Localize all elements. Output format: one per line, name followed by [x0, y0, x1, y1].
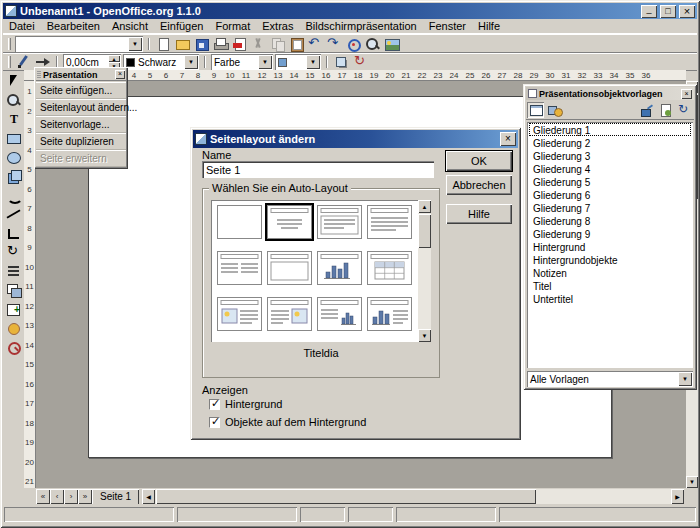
dropdown-arrow-icon[interactable]: [258, 55, 272, 69]
layout-thumbnail[interactable]: [367, 297, 412, 331]
layout-thumbnail[interactable]: [267, 251, 312, 285]
rotate-object-icon[interactable]: [352, 54, 369, 70]
layout-thumbnail[interactable]: [317, 251, 362, 285]
stylist-titlebar[interactable]: Präsentationsobjektvorlagen ×: [526, 87, 694, 100]
close-button[interactable]: [679, 5, 695, 18]
last-slide-button[interactable]: [78, 489, 92, 504]
menu-extras[interactable]: Extras: [256, 19, 299, 33]
style-item[interactable]: Untertitel: [529, 292, 691, 305]
ok-button[interactable]: OK: [446, 151, 512, 171]
navigator-icon[interactable]: [345, 36, 362, 52]
connector-icon[interactable]: [5, 225, 22, 241]
checkbox-box[interactable]: [209, 417, 220, 428]
new-style-from-selection-icon[interactable]: [657, 102, 674, 118]
style-item[interactable]: Gliederung 8: [529, 214, 691, 227]
style-item[interactable]: Hintergrundobjekte: [529, 253, 691, 266]
style-item[interactable]: Gliederung 2: [529, 136, 691, 149]
scroll-right-icon[interactable]: [671, 489, 684, 504]
undo-icon[interactable]: [307, 36, 324, 52]
fill-format-mode-icon[interactable]: [638, 102, 655, 118]
style-filter-select[interactable]: Alle Vorlagen: [527, 371, 693, 387]
shadow-icon[interactable]: [333, 54, 350, 70]
ellipse-icon[interactable]: [5, 149, 22, 165]
line-color-select[interactable]: Schwarz: [123, 54, 199, 70]
objects3d-icon[interactable]: [5, 168, 22, 184]
gallery-icon[interactable]: [383, 36, 400, 52]
style-item[interactable]: Gliederung 9: [529, 227, 691, 240]
fill-color-select[interactable]: [275, 54, 321, 70]
checkbox-hintergrund[interactable]: Hintergrund: [209, 398, 282, 410]
redo-icon[interactable]: [326, 36, 343, 52]
presentation-styles-icon[interactable]: [527, 102, 544, 118]
presentation-toolbar-item[interactable]: Seitenlayout ändern...: [36, 99, 126, 116]
next-slide-button[interactable]: [64, 489, 78, 504]
presentation-toolbar-item[interactable]: Seitenvorlage...: [36, 116, 126, 133]
dialog-titlebar[interactable]: Seitenlayout ändern ×: [193, 130, 518, 148]
style-item[interactable]: Gliederung 7: [529, 201, 691, 214]
dropdown-arrow-icon[interactable]: [306, 55, 320, 69]
scroll-down-icon[interactable]: [686, 476, 698, 488]
close-icon[interactable]: ×: [115, 70, 125, 79]
alignment-icon[interactable]: [5, 263, 22, 279]
layout-thumbnail[interactable]: [217, 297, 262, 331]
menu-hilfe[interactable]: Hilfe: [472, 19, 506, 33]
copy-icon[interactable]: [269, 36, 286, 52]
checkbox-objekte[interactable]: Objekte auf dem Hintergrund: [209, 416, 366, 428]
slide-tab[interactable]: Seite 1: [92, 489, 139, 504]
layout-scrollbar[interactable]: [418, 200, 431, 342]
layout-thumbnail[interactable]: [267, 297, 312, 331]
horizontal-scrollbar[interactable]: [142, 489, 684, 504]
cut-icon[interactable]: [250, 36, 267, 52]
rotate-icon[interactable]: [5, 244, 22, 260]
style-item[interactable]: Gliederung 1: [529, 123, 691, 136]
menu-bildschirmpräsentation[interactable]: Bildschirmpräsentation: [299, 19, 422, 33]
dropdown-arrow-icon[interactable]: [128, 37, 142, 51]
export-pdf-icon[interactable]: [231, 36, 248, 52]
menu-datei[interactable]: Datei: [3, 19, 41, 33]
grip-icon[interactable]: [37, 71, 41, 79]
scroll-left-icon[interactable]: [142, 489, 155, 504]
layout-thumbnail[interactable]: [367, 251, 412, 285]
toolbar-grip[interactable]: [8, 38, 11, 50]
layout-thumbnail[interactable]: [317, 205, 362, 239]
layout-thumbnail[interactable]: [217, 205, 262, 239]
stylist-close-icon[interactable]: ×: [681, 89, 692, 99]
paste-icon[interactable]: [288, 36, 305, 52]
style-item[interactable]: Titel: [529, 279, 691, 292]
spin-up-icon[interactable]: ▲: [108, 55, 120, 62]
style-item[interactable]: Hintergrund: [529, 240, 691, 253]
dropdown-arrow-icon[interactable]: [678, 372, 692, 386]
layout-thumbnail[interactable]: [267, 205, 312, 239]
toolbar-grip[interactable]: [8, 56, 11, 68]
update-style-icon[interactable]: [676, 102, 693, 118]
zoom-icon[interactable]: [364, 36, 381, 52]
zoom-tool-icon[interactable]: [5, 92, 22, 108]
open-icon[interactable]: [174, 36, 191, 52]
menu-format[interactable]: Format: [209, 19, 256, 33]
cancel-button[interactable]: Abbrechen: [446, 175, 512, 195]
horizontal-scroll-thumb[interactable]: [156, 489, 536, 504]
edit-points-icon[interactable]: [15, 54, 32, 70]
interaction-icon[interactable]: [5, 339, 22, 355]
maximize-button[interactable]: [660, 5, 676, 18]
menu-fenster[interactable]: Fenster: [423, 19, 472, 33]
menu-einfügen[interactable]: Einfügen: [154, 19, 209, 33]
scroll-up-icon[interactable]: [418, 200, 431, 213]
help-button[interactable]: Hilfe: [446, 204, 512, 224]
dialog-close-icon[interactable]: ×: [500, 132, 516, 146]
text-icon[interactable]: [5, 111, 22, 127]
scroll-down-icon[interactable]: [418, 329, 431, 342]
style-item[interactable]: Gliederung 5: [529, 175, 691, 188]
layout-thumbnail[interactable]: [217, 251, 262, 285]
line-icon[interactable]: [5, 206, 22, 222]
first-slide-button[interactable]: [36, 489, 50, 504]
style-item[interactable]: Gliederung 4: [529, 162, 691, 175]
arrange-icon[interactable]: [5, 282, 22, 298]
minimize-button[interactable]: [641, 5, 657, 18]
print-icon[interactable]: [212, 36, 229, 52]
style-item[interactable]: Gliederung 6: [529, 188, 691, 201]
curve-icon[interactable]: [5, 187, 22, 203]
graphic-styles-icon[interactable]: [546, 102, 563, 118]
layout-scroll-thumb[interactable]: [418, 214, 431, 248]
checkbox-box[interactable]: [209, 399, 220, 410]
